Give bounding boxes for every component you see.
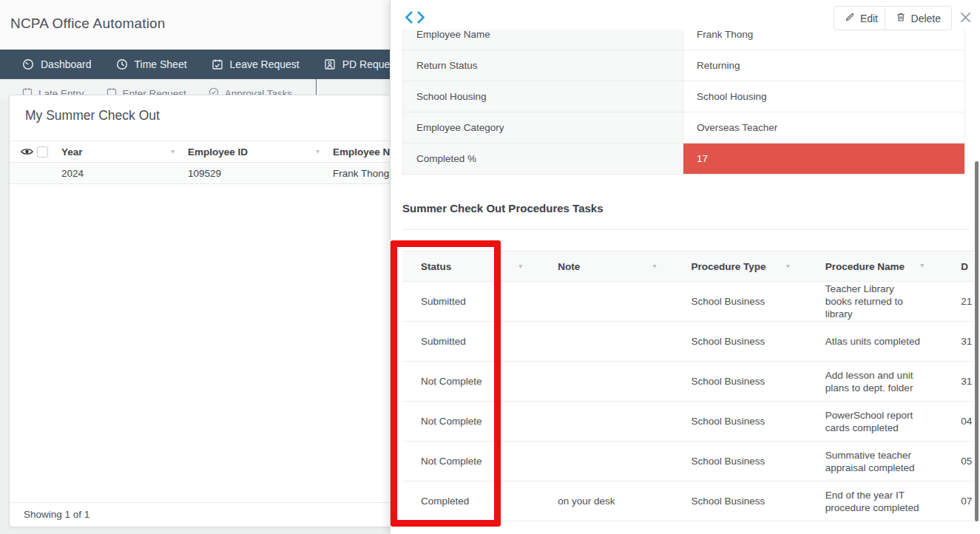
divider xyxy=(402,229,970,230)
field-value: Overseas Teacher xyxy=(683,112,964,143)
task-row[interactable]: Not Complete School Business Summative t… xyxy=(402,442,974,481)
task-row[interactable]: Not Complete School Business PowerSchool… xyxy=(402,402,974,442)
panel-title: My Summer Check Out xyxy=(25,108,160,124)
task-row[interactable]: Submitted School Business Atlas units co… xyxy=(402,322,974,362)
cell-status: Not Complete xyxy=(402,376,528,387)
presenter-icon xyxy=(324,58,336,70)
field-row-employee-name: Employee Name Frank Thong xyxy=(403,30,964,50)
field-row-employee-category: Employee Category Overseas Teacher xyxy=(403,112,964,143)
field-label: Employee Name xyxy=(403,30,683,50)
field-value: Returning xyxy=(683,50,964,81)
delete-button-label: Delete xyxy=(911,13,941,24)
cell-procedure-type: School Business xyxy=(663,416,796,427)
cell-procedure-type: School Business xyxy=(663,376,796,387)
field-label: Return Status xyxy=(403,50,683,81)
column-header-note[interactable]: Note▾ xyxy=(528,261,662,272)
column-label: Employee ID xyxy=(188,146,248,158)
cell-note: on your desk xyxy=(528,496,662,507)
field-value: School Housing xyxy=(683,81,964,112)
column-header-employee-id[interactable]: Employee ID▾ xyxy=(188,146,333,158)
gauge-icon xyxy=(22,58,34,70)
field-row-return-status: Return Status Returning xyxy=(403,50,964,81)
cell-date: 31 xyxy=(930,376,974,387)
cell-date: 04 xyxy=(930,416,974,427)
cell-procedure-name: PowerSchool report cards completed xyxy=(796,409,930,434)
checkbox[interactable] xyxy=(37,146,48,158)
nav-item-time-sheet[interactable]: Time Sheet xyxy=(116,58,187,70)
sort-caret-icon[interactable]: ▾ xyxy=(316,147,320,155)
cell-procedure-type: School Business xyxy=(663,336,796,347)
nav-item-dashboard[interactable]: Dashboard xyxy=(22,58,92,70)
cell-status: Not Complete xyxy=(402,416,528,427)
tasks-table-header: Status▾ Note▾ Procedure Type▾ Procedure … xyxy=(402,251,974,282)
nav-item-leave-request[interactable]: Leave Request xyxy=(212,58,300,70)
cell-date: 21 xyxy=(930,296,974,307)
column-header-date[interactable]: D xyxy=(930,261,974,272)
field-label: School Housing xyxy=(403,81,683,112)
nav-item-pd-request[interactable]: PD Request xyxy=(324,58,398,70)
column-header-procedure-type[interactable]: Procedure Type▾ xyxy=(663,261,796,272)
edit-button[interactable]: Edit xyxy=(834,6,889,30)
detail-overlay: Edit Delete Employee Name Frank Thong Re… xyxy=(390,0,980,534)
cell-date: 07 xyxy=(930,496,974,507)
app-title: NCPA Office Automation xyxy=(10,16,166,32)
cell-procedure-name: Add lesson and unit plans to dept. folde… xyxy=(796,369,930,394)
eye-icon[interactable] xyxy=(21,147,37,156)
field-label: Completed % xyxy=(403,143,683,174)
subnav-divider xyxy=(316,79,317,95)
task-row[interactable]: Completed on your desk School Business E… xyxy=(402,481,974,521)
field-value-highlighted: 17 xyxy=(683,143,964,174)
column-label: Status xyxy=(421,261,451,272)
cell-status: Not Complete xyxy=(402,456,528,467)
field-label: Employee Category xyxy=(403,112,683,143)
field-row-school-housing: School Housing School Housing xyxy=(403,81,964,112)
cell-year: 2024 xyxy=(61,168,188,179)
edit-button-label: Edit xyxy=(860,13,878,24)
tasks-section-heading: Summer Check Out Procedures Tasks xyxy=(402,202,604,214)
column-header-year[interactable]: Year▾ xyxy=(61,146,188,158)
app-root: NCPA Office Automation Dashboard Time Sh… xyxy=(0,0,980,534)
pencil-icon xyxy=(845,12,855,24)
sort-caret-icon[interactable]: ▾ xyxy=(786,262,790,270)
column-label: Year xyxy=(61,146,83,158)
sort-caret-icon[interactable]: ▾ xyxy=(652,262,656,270)
cell-status: Submitted xyxy=(402,296,528,307)
delete-button[interactable]: Delete xyxy=(885,6,952,30)
task-row[interactable]: Not Complete School Business Add lesson … xyxy=(402,362,974,402)
field-value: Frank Thong xyxy=(683,30,964,50)
nav-label: Dashboard xyxy=(41,58,92,70)
close-icon[interactable] xyxy=(959,11,972,27)
sort-caret-icon[interactable]: ▾ xyxy=(920,259,924,271)
cell-status: Submitted xyxy=(402,336,528,347)
cell-procedure-name: End of the year IT procedure completed xyxy=(796,489,930,514)
column-label: Procedure Name xyxy=(825,261,905,272)
sort-caret-icon[interactable]: ▾ xyxy=(518,262,522,270)
tasks-table: Status▾ Note▾ Procedure Type▾ Procedure … xyxy=(402,251,974,521)
cell-procedure-name: Teacher Library books returned to librar… xyxy=(796,283,930,320)
nav-label: Time Sheet xyxy=(135,58,187,70)
select-all-checkbox[interactable] xyxy=(37,146,61,158)
detail-fields-table: Employee Name Frank Thong Return Status … xyxy=(402,30,965,176)
vertical-scrollbar[interactable] xyxy=(975,161,979,521)
nav-label: Leave Request xyxy=(230,58,300,70)
cell-procedure-name: Summative teacher appraisal completed xyxy=(796,449,930,474)
trash-icon xyxy=(896,12,906,24)
cell-procedure-type: School Business xyxy=(663,296,796,307)
column-label: Procedure Type xyxy=(692,261,766,272)
cell-employee-id: 109529 xyxy=(188,168,333,179)
clock-icon xyxy=(116,58,128,70)
column-header-procedure-name[interactable]: Procedure Name▾ xyxy=(796,260,930,273)
cell-status: Completed xyxy=(402,496,528,507)
calendar-check-icon xyxy=(212,58,223,70)
field-row-completed-percent: Completed % 17 xyxy=(403,143,964,175)
cell-date: 05 xyxy=(930,456,974,467)
cell-date: 31 xyxy=(930,336,974,347)
column-header-status[interactable]: Status▾ xyxy=(402,261,528,272)
column-label: Note xyxy=(558,261,580,272)
cell-procedure-type: School Business xyxy=(663,456,796,467)
task-row[interactable]: Submitted School Business Teacher Librar… xyxy=(402,282,974,322)
showing-count: Showing 1 of 1 xyxy=(24,509,89,520)
sort-caret-icon[interactable]: ▾ xyxy=(171,147,175,155)
code-icon[interactable] xyxy=(403,10,427,28)
cell-procedure-type: School Business xyxy=(663,496,796,507)
